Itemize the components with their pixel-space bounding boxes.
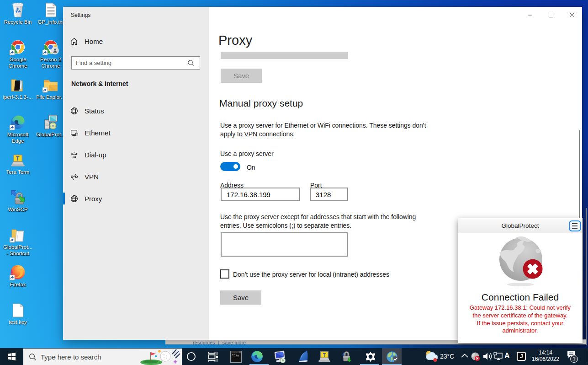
svg-text:C:\: C:\ [232, 354, 238, 357]
svg-text:T: T [323, 352, 326, 357]
svg-text:T: T [16, 156, 20, 162]
